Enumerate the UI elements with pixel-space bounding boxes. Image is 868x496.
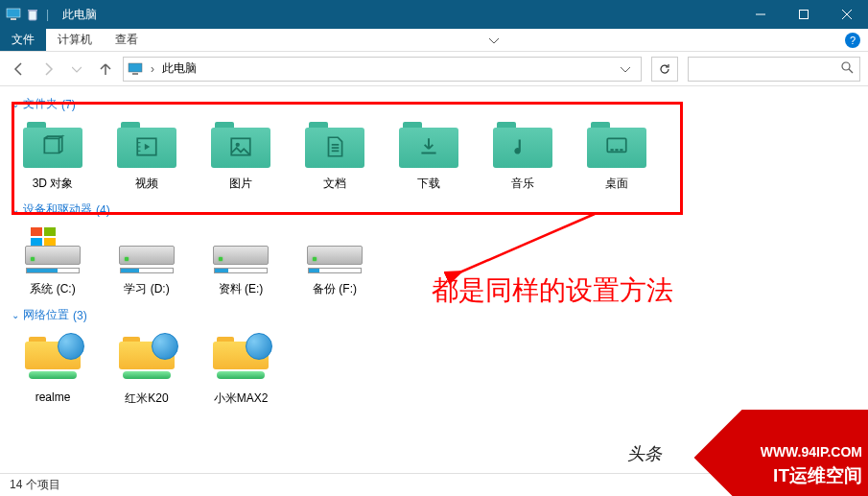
section-network-header[interactable]: ⌄ 网络位置 (3) [12,307,856,323]
content-area: ⌄ 文件夹 (7) 3D 对象 视频 图片 文档 下载 [0,86,868,426]
folder-grid: 3D 对象 视频 图片 文档 下载 音乐 桌面 [12,116,856,201]
drive-icon [23,227,82,273]
menu-computer[interactable]: 计算机 [46,29,104,51]
network-folder-icon [25,333,81,383]
folder-item[interactable]: 图片 [203,122,278,192]
trash-icon [25,7,40,22]
svg-rect-0 [7,9,20,17]
folder-item[interactable]: 桌面 [579,122,654,192]
folder-label: 桌面 [605,176,628,192]
title-bar: | 此电脑 [0,0,868,29]
folder-label: 音乐 [511,176,534,192]
folder-icon [23,122,82,168]
menu-view[interactable]: 查看 [104,29,150,51]
folder-label: 视频 [135,176,158,192]
help-icon: ? [845,33,860,48]
search-icon [840,60,854,77]
help-button[interactable]: ? [845,29,868,51]
globe-icon [58,333,84,360]
network-label: 小米MAX2 [214,390,269,407]
refresh-button[interactable] [651,57,678,82]
chevron-down-icon: ⌄ [12,310,19,320]
window-title: 此电脑 [62,7,97,23]
folder-item[interactable]: 音乐 [485,122,560,192]
svg-rect-7 [129,63,142,72]
search-input[interactable] [688,57,860,82]
watermark-tou: 头条 [627,442,662,465]
section-folders-label: 文件夹 [23,96,58,112]
svg-rect-1 [11,18,16,20]
network-folder-icon [119,333,175,383]
section-drives-header[interactable]: ⌄ 设备和驱动器 (4) [12,201,856,218]
svg-rect-8 [132,73,138,75]
nav-bar: › 此电脑 [0,52,868,86]
folder-label: 图片 [229,176,252,192]
network-grid: realme 红米K20 小米MAX2 [12,327,856,416]
folder-icon [587,122,646,168]
globe-icon [152,333,178,360]
chevron-down-icon: ⌄ [12,99,19,109]
chevron-down-icon: ⌄ [12,204,19,215]
pc-icon [6,7,21,22]
section-folders-count: (7) [61,98,76,111]
drive-label: 资料 (E:) [219,281,264,297]
folder-item[interactable]: 3D 对象 [15,122,90,192]
svg-rect-2 [28,10,37,12]
minimize-button[interactable] [739,0,782,29]
folder-icon [211,122,270,168]
separator: | [44,8,51,21]
folder-item[interactable]: 视频 [109,122,184,192]
menu-file[interactable]: 文件 [0,29,46,51]
svg-rect-21 [611,149,614,151]
drive-item[interactable]: 学习 (D:) [109,227,184,297]
folder-icon [493,122,552,168]
drive-label: 学习 (D:) [124,281,169,297]
folder-icon [399,122,458,168]
folder-icon [305,122,364,168]
drive-item[interactable]: 备份 (F:) [297,227,372,297]
section-drives-label: 设备和驱动器 [23,201,92,218]
pc-icon [128,61,143,77]
svg-rect-4 [799,11,808,19]
drive-grid: 系统 (C:) 学习 (D:) 资料 (E:) 备份 (F:) [12,222,856,307]
drive-icon [305,227,364,273]
section-drives-count: (4) [96,203,110,217]
close-button[interactable] [825,0,868,29]
folder-item[interactable]: 下载 [391,122,466,192]
network-label: 红米K20 [125,390,168,407]
network-item[interactable]: 红米K20 [109,333,184,407]
folder-icon [117,122,176,168]
globe-icon [246,333,272,360]
forward-button[interactable] [36,58,59,81]
drive-item[interactable]: 资料 (E:) [203,227,278,297]
recent-dropdown[interactable] [65,58,88,81]
section-network-label: 网络位置 [23,307,69,323]
network-folder-icon [213,333,269,383]
watermark-url: WWW.94IP.COM [761,444,862,460]
svg-rect-22 [615,149,618,151]
drive-label: 系统 (C:) [30,281,75,297]
drive-icon [211,227,270,273]
svg-point-9 [842,62,850,70]
chevron-right-icon[interactable]: › [147,62,158,76]
svg-line-10 [849,69,853,73]
maximize-button[interactable] [782,0,825,29]
up-button[interactable] [94,58,117,81]
status-bar: 14 个项目 [0,473,868,496]
folder-item[interactable]: 文档 [297,122,372,192]
address-dropdown[interactable] [614,58,637,81]
network-label: realme [35,390,71,404]
breadcrumb-location[interactable]: 此电脑 [162,60,197,77]
network-item[interactable]: 小米MAX2 [203,333,278,407]
address-bar[interactable]: › 此电脑 [123,57,642,82]
drive-icon [117,227,176,273]
ribbon-toggle[interactable] [489,29,506,51]
back-button[interactable] [8,58,31,81]
drive-item[interactable]: 系统 (C:) [15,227,90,297]
svg-point-16 [236,142,240,146]
section-folders-header[interactable]: ⌄ 文件夹 (7) [12,96,856,112]
section-network-count: (3) [73,309,87,322]
status-item-count: 14 个项目 [10,477,60,493]
network-item[interactable]: realme [15,333,90,407]
folder-label: 3D 对象 [33,176,74,192]
